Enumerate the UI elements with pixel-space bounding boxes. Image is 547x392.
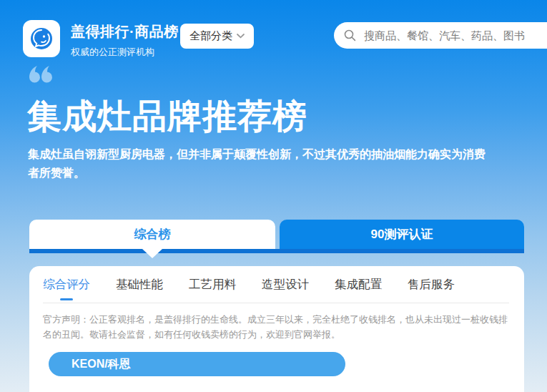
site-identity: 盖得排行·商品榜 权威的公正测评机构 (71, 22, 179, 59)
brand-item-keon[interactable]: KEON/科恩 (49, 352, 345, 376)
subtab-integrated-config[interactable]: 集成配置 (335, 277, 382, 303)
lion-logo-icon (29, 26, 54, 52)
content-panel: 综合评分 基础性能 工艺用料 造型设计 集成配置 售后服务 官方声明：公正客观排… (29, 266, 524, 392)
search-bar (334, 22, 547, 49)
category-dropdown-label: 全部分类 (189, 29, 232, 43)
open-quote-icon (29, 66, 54, 87)
tab-90-certification-label: 90测评认证 (371, 226, 433, 242)
official-statement: 官方声明：公正客观排名，是盖得排行的生命线。成立三年以来，完全杜绝了收钱排名，也… (43, 312, 509, 342)
category-dropdown-button[interactable]: 全部分类 (180, 24, 254, 49)
subtab-divider (43, 303, 509, 303)
tab-90-certification[interactable]: 90测评认证 (280, 220, 524, 249)
tab-overall-ranking-label: 综合榜 (134, 226, 171, 242)
subtab-craft-materials[interactable]: 工艺用料 (189, 277, 236, 303)
page-title: 集成灶品牌推荐榜 (27, 99, 307, 134)
page-background: { "header": { "logo": { "icon": "lion-lo… (0, 0, 547, 392)
site-title: 盖得排行·商品榜 (71, 22, 179, 41)
tab-underline-bar (29, 249, 524, 253)
subtab-design[interactable]: 造型设计 (262, 277, 309, 303)
site-subtitle: 权威的公正测评机构 (71, 46, 179, 59)
tab-overall-ranking[interactable]: 综合榜 (29, 220, 275, 249)
subtab-basic-performance[interactable]: 基础性能 (116, 277, 163, 303)
page-description: 集成灶虽自诩新型厨房电器，但并非属于颠覆性创新，不过其优秀的抽油烟能力确实为消费… (28, 145, 487, 182)
chevron-down-icon (237, 34, 245, 39)
subtab-overall-score[interactable]: 综合评分 (43, 277, 90, 303)
active-tab-notch (142, 249, 162, 258)
search-icon (344, 29, 356, 41)
search-input[interactable] (363, 29, 547, 42)
site-logo[interactable] (23, 20, 60, 57)
subtab-bar: 综合评分 基础性能 工艺用料 造型设计 集成配置 售后服务 (29, 266, 524, 303)
subtab-after-sales[interactable]: 售后服务 (408, 277, 455, 303)
brand-item-label: KEON/科恩 (72, 357, 131, 372)
